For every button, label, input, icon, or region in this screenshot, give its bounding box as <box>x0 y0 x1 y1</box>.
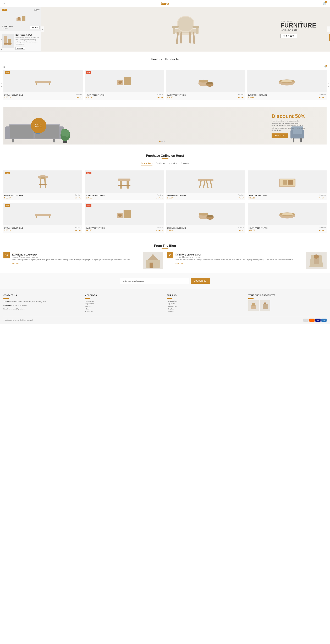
purchase-product-price-2: $ 66.20 <box>167 197 174 199</box>
purchase-product-img-2 <box>166 170 245 193</box>
newsletter-input[interactable] <box>120 278 189 284</box>
blog-content-0: JUNE, 2016 FARNITURE DRAWING 2016 ♥ 39 L… <box>12 252 140 270</box>
purchase-badge-4: New <box>5 204 10 207</box>
svg-rect-91 <box>264 302 266 304</box>
shipping-link-4[interactable]: • Specials <box>167 311 245 312</box>
featured-next-nav[interactable]: ▲ ▼ <box>328 83 329 87</box>
product-badge-0: New <box>5 71 10 74</box>
purchase-product-body-3: DUMMY PRODUCT NAME Furniture $ 57.20 ★★★… <box>248 193 326 200</box>
accounts-link-1[interactable]: • My Wishlist <box>85 303 163 305</box>
blog-meta-0: ♥ 39 Like 💬 34 Comments ↗ 29 Share <box>12 256 140 258</box>
hero-section: New $50.00 Product Name Furniture Buy no… <box>0 7 330 52</box>
product-stars-0: ★★★★☆ <box>75 96 82 98</box>
hero-buy-btn-2[interactable]: Buy now <box>16 46 25 50</box>
blog-desc-1: There are many variations of passages of… <box>176 259 303 261</box>
product-name-2: DUMMY PRODUCT NAME <box>167 94 186 96</box>
footer: CONTACT US Address : 28 Green Tower, Str… <box>0 289 330 324</box>
product-name-1: DUMMY PRODUCT NAME <box>86 94 104 96</box>
new-product-title: New Product 2016 <box>16 34 40 36</box>
purchase-product-name-5: DUMMY PRODUCT NAME <box>86 227 105 229</box>
purchase-product-cat-2: Furniture <box>238 194 244 196</box>
shipping-link-0[interactable]: • New Products <box>167 300 245 302</box>
hero-product-card-1: New $50.00 Product Name Furniture Buy no… <box>0 7 41 31</box>
svg-rect-56 <box>118 178 130 181</box>
purchase-tab-3[interactable]: Discounts <box>181 162 189 166</box>
purchase-product-name-2: DUMMY PRODUCT NAME <box>167 195 186 196</box>
svg-rect-73 <box>124 210 131 218</box>
blog-image-1 <box>306 252 326 270</box>
accounts-link-3[interactable]: • Sign In <box>85 308 163 310</box>
blog-read-more-1[interactable]: Read more... <box>176 262 184 264</box>
purchase-product-img-3 <box>248 170 326 193</box>
blog-read-more-0[interactable]: Read more... <box>12 262 21 264</box>
footer-accounts-divider <box>85 298 90 299</box>
svg-rect-1 <box>22 16 26 21</box>
accounts-link-0[interactable]: • My Account <box>85 300 163 302</box>
purchase-product-price-6: $ 60.20 <box>167 229 174 231</box>
hero-prev-btn[interactable]: ‹ <box>41 26 44 32</box>
featured-cart-icon[interactable]: 🛒0 <box>324 66 326 68</box>
svg-point-23 <box>118 80 122 84</box>
svg-rect-53 <box>40 179 42 188</box>
product-price: $50.00 <box>34 9 40 11</box>
svg-point-50 <box>64 130 70 137</box>
shipping-link-1[interactable]: • Top Sellers <box>167 303 245 305</box>
purchase-product-img-0: New <box>4 170 82 193</box>
purchase-tab-0[interactable]: New Arrivals <box>141 162 152 166</box>
purchase-tab-1[interactable]: Best Seller <box>156 162 165 166</box>
site-logo[interactable]: hurst <box>161 1 169 6</box>
product-body-2: DUMMY PRODUCT NAME Furniture $ 56.20 ★★★… <box>166 92 246 100</box>
dot-1[interactable] <box>159 140 160 142</box>
product-img-0: New <box>4 70 83 92</box>
hero-next-btn[interactable]: › <box>328 26 330 32</box>
discount-buy-btn[interactable]: BUY NOW <box>272 133 288 138</box>
purchase-section: Purchase Online on Hurst New ArrivalsBes… <box>0 148 330 236</box>
featured-prev-nav[interactable]: ▲ ▼ <box>1 83 2 87</box>
purchase-product-price-4: $ 55.20 <box>4 229 11 231</box>
hero-title: FURNITURE <box>280 22 316 28</box>
hero-buy-btn-1[interactable]: Buy now <box>30 26 40 29</box>
purchase-badge-5: Sale <box>86 204 92 207</box>
product-body-0: DUMMY PRODUCT NAME Furniture $ 56.20 ★★★… <box>4 92 83 100</box>
purchase-product-img-7 <box>248 203 326 225</box>
featured-menu-icon[interactable]: ≡ <box>4 66 5 68</box>
hero-subtitle: GALLERY 2016 <box>280 28 316 31</box>
featured-products-wrapper: New DUMMY PRODUCT NAME Furniture $ 56.20… <box>4 70 326 100</box>
purchase-tab-2[interactable]: Most View <box>168 162 177 166</box>
footer-shipping: SHIPPING • New Products• Top Sellers• Ma… <box>167 294 245 313</box>
product-img-1: Sale <box>85 70 164 92</box>
svg-rect-5 <box>4 43 12 44</box>
rss-icon[interactable]: ⊕ <box>1 39 2 40</box>
purchase-product-name-7: DUMMY PRODUCT NAME <box>248 227 268 229</box>
discount-percent: Discount 50% <box>272 113 306 119</box>
subscribe-btn[interactable]: SUBSCRIBE <box>190 278 210 284</box>
dot-3[interactable] <box>164 140 165 142</box>
linkedin-icon[interactable]: in <box>1 48 2 50</box>
choice-svg-2 <box>262 302 269 310</box>
purchase-product-2: DUMMY PRODUCT NAME Furniture $ 66.20 ★★★… <box>166 170 245 200</box>
footer-contact: CONTACT US Address : 28 Green Tower, Str… <box>4 294 82 313</box>
purchase-product-price-5: $ 65.20 <box>86 229 92 231</box>
visa-icon: VISA <box>316 318 320 322</box>
purchase-title: Purchase Online on Hurst <box>4 154 326 158</box>
purchase-product-6: DUMMY PRODUCT NAME Furniture $ 60.20 ★★★… <box>166 203 245 233</box>
featured-underline <box>162 62 168 62</box>
accounts-link-2[interactable]: • My Cart <box>85 306 163 307</box>
hero-product-name-1: Product Name <box>2 26 14 27</box>
accounts-link-4[interactable]: • Check out <box>85 311 163 312</box>
svg-rect-59 <box>118 185 130 186</box>
blog-underline <box>162 248 168 249</box>
dot-2[interactable] <box>162 140 163 142</box>
shipping-link-3[interactable]: • Suppliers <box>167 308 245 310</box>
shipping-link-2[interactable]: • Manufactures <box>167 306 245 307</box>
purchase-products-grid: New DUMMY PRODUCT NAME Furniture $ 56.20… <box>4 170 326 233</box>
svg-point-27 <box>206 82 214 84</box>
svg-rect-35 <box>5 126 10 139</box>
twitter-icon[interactable]: t <box>1 42 2 44</box>
product-price-2: $ 56.20 <box>167 96 173 98</box>
shop-now-btn[interactable]: SHOP NOW <box>280 34 297 38</box>
newsletter-section: SUBSCRIBE <box>0 273 330 289</box>
purchase-product-cat-4: Furniture <box>75 227 82 228</box>
facebook-icon[interactable]: f <box>1 45 2 47</box>
menu-icon[interactable]: ≡ <box>4 2 5 5</box>
